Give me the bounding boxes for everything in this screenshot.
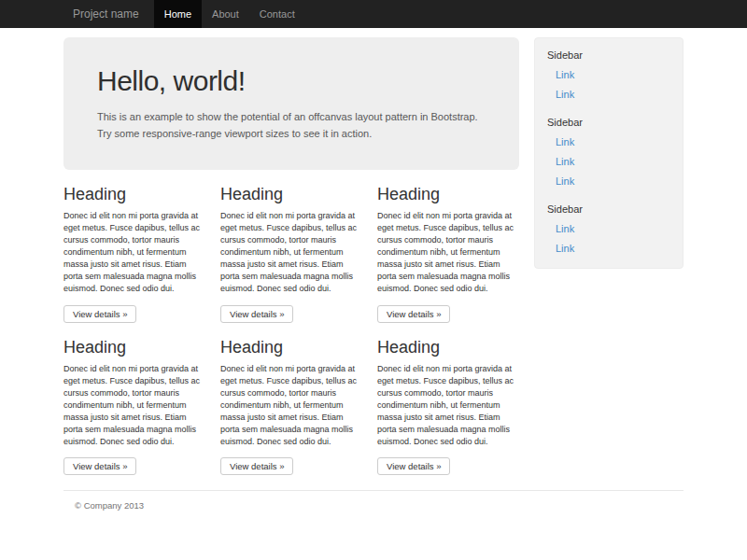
content-card: Heading Donec id elit non mi porta gravi… (63, 170, 205, 322)
sidebar-link[interactable]: Link (535, 219, 683, 239)
card-heading: Heading (63, 338, 205, 357)
page-container: Hello, world! This is an example to show… (63, 28, 684, 511)
nav-item-contact[interactable]: Contact (249, 0, 305, 28)
top-navbar: Project name Home About Contact (0, 0, 747, 28)
page-footer: © Company 2013 (63, 491, 684, 511)
card-body: Donec id elit non mi porta gravida at eg… (377, 363, 519, 448)
navbar-brand[interactable]: Project name (63, 0, 148, 28)
content-card: Heading Donec id elit non mi porta gravi… (220, 323, 362, 475)
content-card: Heading Donec id elit non mi porta gravi… (63, 323, 205, 475)
navbar-menu: Home About Contact (154, 0, 305, 28)
jumbotron: Hello, world! This is an example to show… (63, 37, 519, 170)
sidebar-link[interactable]: Link (535, 133, 683, 152)
sidebar-group-header: Sidebar (535, 113, 683, 133)
view-details-button[interactable]: View details » (377, 457, 450, 475)
card-body: Donec id elit non mi porta gravida at eg… (377, 210, 519, 295)
card-body: Donec id elit non mi porta gravida at eg… (220, 363, 362, 448)
jumbotron-title: Hello, world! (97, 65, 486, 97)
nav-item-home[interactable]: Home (154, 0, 202, 28)
nav-item-about[interactable]: About (202, 0, 249, 28)
sidebar-link[interactable]: Link (535, 152, 683, 172)
sidebar-panel: Sidebar Link Link Sidebar Link Link Link… (534, 37, 684, 269)
sidebar-link[interactable]: Link (535, 65, 683, 85)
sidebar-link[interactable]: Link (535, 172, 683, 191)
view-details-button[interactable]: View details » (377, 305, 450, 323)
view-details-button[interactable]: View details » (220, 457, 293, 475)
view-details-button[interactable]: View details » (220, 305, 293, 323)
sidebar-group-header: Sidebar (535, 46, 683, 65)
sidebar-group: Sidebar Link Link (535, 200, 683, 259)
card-body: Donec id elit non mi porta gravida at eg… (63, 363, 205, 448)
sidebar-link[interactable]: Link (535, 85, 683, 105)
card-heading: Heading (220, 185, 362, 204)
sidebar-group-header: Sidebar (535, 200, 683, 219)
card-heading: Heading (220, 338, 362, 357)
sidebar: Sidebar Link Link Sidebar Link Link Link… (534, 37, 684, 269)
content-card: Heading Donec id elit non mi porta gravi… (220, 170, 362, 322)
footer-copyright: © Company 2013 (63, 491, 684, 511)
content-card: Heading Donec id elit non mi porta gravi… (377, 323, 519, 475)
card-body: Donec id elit non mi porta gravida at eg… (63, 210, 205, 295)
view-details-button[interactable]: View details » (63, 457, 136, 475)
view-details-button[interactable]: View details » (63, 305, 136, 323)
card-body: Donec id elit non mi porta gravida at eg… (220, 210, 362, 295)
main-content: Hello, world! This is an example to show… (63, 37, 519, 475)
navbar-container: Project name Home About Contact (63, 0, 684, 28)
offcanvas-row: Hello, world! This is an example to show… (63, 28, 684, 475)
content-card: Heading Donec id elit non mi porta gravi… (377, 170, 519, 322)
sidebar-link[interactable]: Link (535, 239, 683, 259)
card-heading: Heading (377, 338, 519, 357)
sidebar-group: Sidebar Link Link Link (535, 113, 683, 191)
jumbotron-text: This is an example to show the potential… (97, 109, 486, 142)
cards-grid: Heading Donec id elit non mi porta gravi… (63, 170, 519, 475)
sidebar-group: Sidebar Link Link (535, 46, 683, 105)
card-heading: Heading (377, 185, 519, 204)
card-heading: Heading (63, 185, 205, 204)
